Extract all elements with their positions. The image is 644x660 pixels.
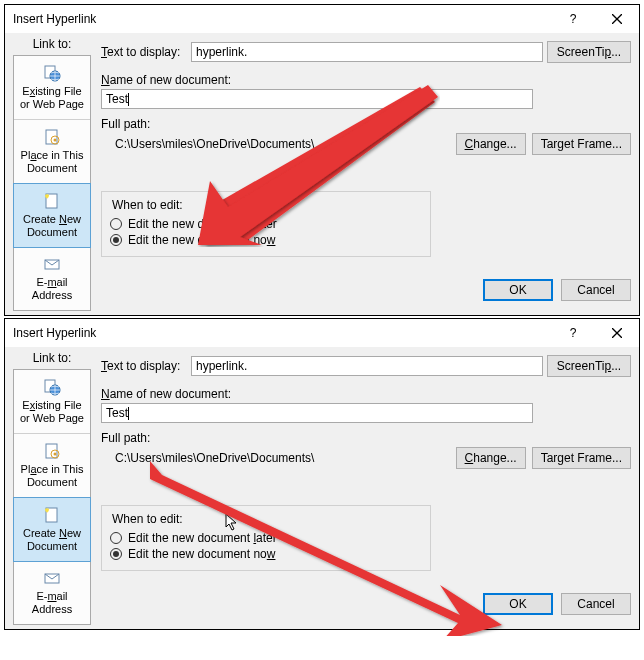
titlebar: Insert Hyperlink ? bbox=[5, 5, 639, 33]
radio-label: Edit the new document now bbox=[128, 233, 275, 247]
full-path-label: Full path: bbox=[101, 431, 456, 445]
ok-button[interactable]: OK bbox=[483, 593, 553, 615]
change-button[interactable]: Change... bbox=[456, 133, 526, 155]
radio-icon bbox=[110, 548, 122, 560]
help-button[interactable]: ? bbox=[551, 5, 595, 33]
svg-point-23 bbox=[54, 453, 57, 456]
radio-edit-now[interactable]: Edit the new document now bbox=[110, 546, 422, 562]
text-to-display-input[interactable]: hyperlink. bbox=[191, 42, 543, 62]
link-to-label: Link to: bbox=[13, 351, 91, 369]
screentip-button[interactable]: ScreenTip... bbox=[547, 41, 631, 63]
new-document-icon bbox=[43, 506, 61, 524]
link-option-label: Create NewDocument bbox=[23, 527, 81, 552]
when-to-edit-group: When to edit: Edit the new document late… bbox=[101, 505, 431, 571]
link-option-label: Place in ThisDocument bbox=[21, 149, 84, 174]
when-to-edit-group: When to edit: Edit the new document late… bbox=[101, 191, 431, 257]
link-option-label: Create NewDocument bbox=[23, 213, 81, 238]
close-icon bbox=[612, 328, 622, 338]
target-frame-button[interactable]: Target Frame... bbox=[532, 133, 631, 155]
svg-point-26 bbox=[45, 508, 49, 512]
document-target-icon bbox=[43, 442, 61, 460]
titlebar: Insert Hyperlink ? bbox=[5, 319, 639, 347]
radio-edit-now[interactable]: Edit the new document now bbox=[110, 232, 422, 248]
name-of-document-input[interactable]: Test bbox=[101, 89, 533, 109]
close-button[interactable] bbox=[595, 319, 639, 347]
full-path-label: Full path: bbox=[101, 117, 456, 131]
link-option-label: E-mailAddress bbox=[32, 590, 72, 615]
target-frame-button[interactable]: Target Frame... bbox=[532, 447, 631, 469]
radio-icon bbox=[110, 234, 122, 246]
help-button[interactable]: ? bbox=[551, 319, 595, 347]
link-option-label: Existing Fileor Web Page bbox=[20, 85, 84, 110]
name-of-document-input[interactable]: Test bbox=[101, 403, 533, 423]
insert-hyperlink-dialog: Insert Hyperlink ? Link to: Existing Fil… bbox=[4, 318, 640, 630]
globe-page-icon bbox=[43, 64, 61, 82]
insert-hyperlink-dialog: Insert Hyperlink ? Link to: Existing Fil… bbox=[4, 4, 640, 316]
text-to-display-label: Text to display: bbox=[101, 359, 187, 373]
svg-point-6 bbox=[54, 139, 57, 142]
dialog-title: Insert Hyperlink bbox=[13, 326, 551, 340]
link-to-label: Link to: bbox=[13, 37, 91, 55]
text-to-display-input[interactable]: hyperlink. bbox=[191, 356, 543, 376]
email-icon bbox=[43, 569, 61, 587]
radio-icon bbox=[110, 532, 122, 544]
radio-icon bbox=[110, 218, 122, 230]
close-icon bbox=[612, 14, 622, 24]
cancel-button[interactable]: Cancel bbox=[561, 279, 631, 301]
link-option-place-in-document[interactable]: Place in ThisDocument bbox=[14, 120, 90, 184]
when-to-edit-label: When to edit: bbox=[110, 198, 185, 212]
ok-button[interactable]: OK bbox=[483, 279, 553, 301]
link-to-options: Existing Fileor Web Page Place in ThisDo… bbox=[13, 369, 91, 625]
radio-edit-later[interactable]: Edit the new document later bbox=[110, 530, 422, 546]
link-option-email-address[interactable]: E-mailAddress bbox=[14, 247, 90, 310]
name-of-document-label: Name of new document: bbox=[101, 387, 631, 401]
full-path-value: C:\Users\miles\OneDrive\Documents\ bbox=[101, 131, 456, 151]
when-to-edit-label: When to edit: bbox=[110, 512, 185, 526]
screentip-button[interactable]: ScreenTip... bbox=[547, 355, 631, 377]
dialog-title: Insert Hyperlink bbox=[13, 12, 551, 26]
radio-label: Edit the new document now bbox=[128, 547, 275, 561]
radio-label: Edit the new document later bbox=[128, 531, 277, 545]
full-path-value: C:\Users\miles\OneDrive\Documents\ bbox=[101, 445, 456, 465]
globe-page-icon bbox=[43, 378, 61, 396]
svg-point-9 bbox=[45, 194, 49, 198]
link-option-label: Existing Fileor Web Page bbox=[20, 399, 84, 424]
link-option-create-new-document[interactable]: Create NewDocument bbox=[13, 183, 91, 248]
name-of-document-label: Name of new document: bbox=[101, 73, 631, 87]
radio-edit-later[interactable]: Edit the new document later bbox=[110, 216, 422, 232]
link-option-email-address[interactable]: E-mailAddress bbox=[14, 561, 90, 624]
new-document-icon bbox=[43, 192, 61, 210]
link-option-create-new-document[interactable]: Create NewDocument bbox=[13, 497, 91, 562]
link-option-existing-file[interactable]: Existing Fileor Web Page bbox=[14, 56, 90, 120]
link-to-options: Existing Fileor Web Page Place in ThisDo… bbox=[13, 55, 91, 311]
email-icon bbox=[43, 255, 61, 273]
link-option-place-in-document[interactable]: Place in ThisDocument bbox=[14, 434, 90, 498]
radio-label: Edit the new document later bbox=[128, 217, 277, 231]
change-button[interactable]: Change... bbox=[456, 447, 526, 469]
close-button[interactable] bbox=[595, 5, 639, 33]
document-target-icon bbox=[43, 128, 61, 146]
link-option-existing-file[interactable]: Existing Fileor Web Page bbox=[14, 370, 90, 434]
link-option-label: Place in ThisDocument bbox=[21, 463, 84, 488]
link-option-label: E-mailAddress bbox=[32, 276, 72, 301]
cancel-button[interactable]: Cancel bbox=[561, 593, 631, 615]
text-to-display-label: Text to display: bbox=[101, 45, 187, 59]
